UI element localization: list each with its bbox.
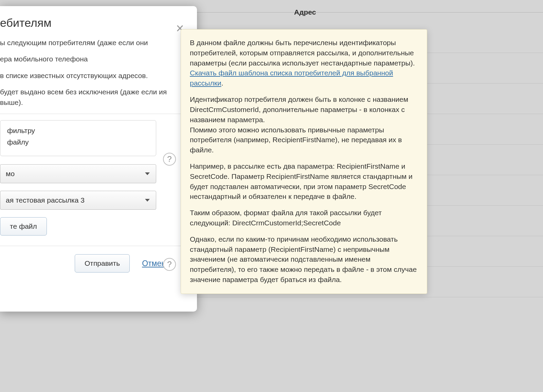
tooltip-paragraph: Однако, если по каким-то причинам необхо… — [190, 234, 418, 285]
select-field-1[interactable]: мо — [0, 164, 156, 183]
divider — [0, 114, 187, 114]
dialog-footer: Отправить Отмена — [0, 246, 187, 273]
button-label: Отправить — [85, 259, 120, 267]
send-dialog: × ебителям ы следующим потребителям (даж… — [0, 6, 197, 312]
phone-line: ера мобильного телефона — [0, 54, 187, 64]
select-value: ая тестовая рассылка 3 — [6, 196, 85, 204]
option-by-filter[interactable]: фильтру — [7, 127, 149, 135]
option-by-file[interactable]: файлу — [7, 138, 149, 146]
tooltip-paragraph: Таким образом, формат файла для такой ра… — [190, 208, 418, 228]
choose-file-button[interactable]: те файл — [0, 217, 47, 236]
select-value: мо — [6, 170, 15, 178]
tooltip-tail: . — [221, 79, 223, 87]
column-header-address: Адрес — [294, 8, 316, 16]
recipient-mode-options: фильтру файлу — [0, 120, 156, 156]
all-line: будет выдано всем без исключения (даже е… — [0, 87, 187, 108]
known-line: в списке известных отсутствующих адресов… — [0, 71, 187, 81]
help-icon[interactable]: ? — [163, 153, 176, 166]
tooltip-text: В данном файле должны быть перечислены и… — [190, 39, 415, 67]
button-label: те файл — [10, 222, 37, 230]
select-field-2[interactable]: ая тестовая рассылка 3 — [0, 191, 156, 210]
submit-button[interactable]: Отправить — [75, 254, 130, 273]
tooltip-paragraph: В данном файле должны быть перечислены и… — [190, 38, 418, 88]
intro-text: ы следующим потребителям (даже если они — [0, 38, 187, 48]
tooltip-paragraph: Например, в рассылке есть два параметра:… — [190, 161, 418, 202]
help-tooltip: В данном файле должны быть перечислены и… — [181, 29, 427, 294]
tooltip-paragraph: Идентификатор потребителя должен быть в … — [190, 94, 418, 155]
help-icon[interactable]: ? — [163, 258, 176, 271]
download-template-link[interactable]: Скачать файл шаблона списка потребителей… — [190, 69, 393, 87]
dialog-body: ы следующим потребителям (даже если они … — [0, 38, 187, 273]
dialog-title: ебителям — [0, 16, 187, 30]
